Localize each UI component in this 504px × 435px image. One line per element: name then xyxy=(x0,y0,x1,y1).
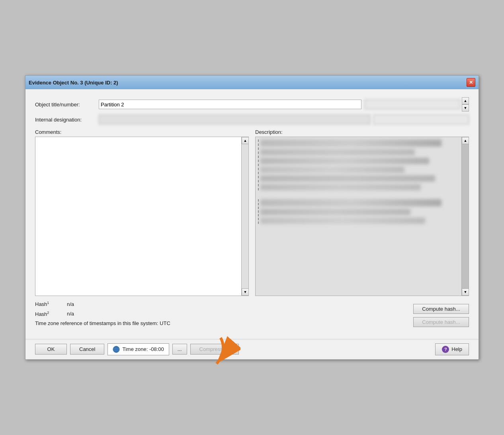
right-designation-area xyxy=(373,115,469,124)
evidence-object-dialog: Evidence Object No. 3 (Unique ID: 2) ✕ O… xyxy=(25,75,479,360)
window-title: Evidence Object No. 3 (Unique ID: 2) xyxy=(29,80,118,86)
compute-hash-button-1[interactable]: Compute hash... xyxy=(413,304,469,314)
internal-designation-input[interactable] xyxy=(99,115,370,124)
hash-section: Hash1 n/a Hash2 n/a Time zone reference … xyxy=(35,301,469,333)
help-label: Help xyxy=(451,346,462,352)
right-input-area: ▲ ▼ xyxy=(365,97,469,112)
help-icon: ? xyxy=(442,346,449,353)
description-label: Description: xyxy=(255,129,469,135)
comments-scroll-thumb[interactable] xyxy=(242,144,248,288)
comments-textarea[interactable] xyxy=(35,137,241,296)
comments-scroll-up[interactable]: ▲ xyxy=(242,137,249,144)
compute-hash-button-2[interactable]: Compute hash... xyxy=(413,317,469,327)
internal-designation-row: Internal designation: xyxy=(35,115,469,124)
description-scrollbar: ▲ ▼ xyxy=(461,137,469,296)
comments-textarea-wrapper: ▲ ▼ xyxy=(35,137,249,296)
hash1-label: Hash1 xyxy=(35,301,67,307)
hash1-row: Hash1 n/a xyxy=(35,301,413,307)
ellipsis-button[interactable]: ... xyxy=(172,344,187,355)
globe-icon xyxy=(113,346,120,353)
desc-block-1 xyxy=(258,139,466,190)
right-designation-input[interactable] xyxy=(373,115,469,124)
description-content xyxy=(256,137,469,288)
desc-scroll-thumb[interactable] xyxy=(462,144,469,288)
hash2-value: n/a xyxy=(67,311,74,317)
description-column: Description: xyxy=(255,129,469,296)
hash2-label: Hash2 xyxy=(35,311,67,317)
scroll-up-arrow[interactable]: ▲ xyxy=(462,97,469,104)
two-col-area: Comments: ▲ ▼ Description: xyxy=(35,129,469,296)
desc-scroll-up[interactable]: ▲ xyxy=(462,137,469,144)
ok-button[interactable]: OK xyxy=(35,344,67,355)
hash1-value: n/a xyxy=(67,301,74,307)
comments-scrollbar: ▲ ▼ xyxy=(241,137,248,296)
desc-scroll-down[interactable]: ▼ xyxy=(462,288,469,296)
internal-designation-label: Internal designation: xyxy=(35,117,99,123)
comments-column: Comments: ▲ ▼ xyxy=(35,129,249,296)
comments-scroll-down[interactable]: ▼ xyxy=(242,288,249,296)
timezone-button[interactable]: Time zone: -08:00 xyxy=(107,343,169,355)
title-bar: Evidence Object No. 3 (Unique ID: 2) ✕ xyxy=(25,76,479,89)
close-button[interactable]: ✕ xyxy=(467,78,475,87)
scroll-down-arrow[interactable]: ▼ xyxy=(462,104,469,112)
cancel-button[interactable]: Cancel xyxy=(70,344,104,355)
hash2-row: Hash2 n/a xyxy=(35,311,413,317)
timezone-label: Time zone: -08:00 xyxy=(122,346,164,352)
hash-info: Hash1 n/a Hash2 n/a Time zone reference … xyxy=(35,301,413,333)
hash-buttons: Compute hash... Compute hash... xyxy=(413,304,469,327)
title-scroll-buttons: ▲ ▼ xyxy=(462,97,469,112)
description-wrapper: ▲ ▼ xyxy=(255,137,469,296)
timezone-notice: Time zone reference of timestamps in thi… xyxy=(35,320,413,326)
object-title-input[interactable] xyxy=(99,100,361,109)
object-title-row: Object title/number: ▲ ▼ xyxy=(35,97,469,112)
comments-label: Comments: xyxy=(35,129,249,135)
object-title-label: Object title/number: xyxy=(35,102,99,108)
help-button[interactable]: ? Help xyxy=(435,343,469,355)
compression-button[interactable]: Compression xyxy=(190,344,239,355)
desc-block-2 xyxy=(258,199,466,224)
bottom-bar: OK Cancel Time zone: -08:00 ... Compress… xyxy=(25,339,479,359)
right-title-input[interactable] xyxy=(365,100,460,109)
dialog-content: Object title/number: ▲ ▼ Internal design… xyxy=(25,89,479,339)
